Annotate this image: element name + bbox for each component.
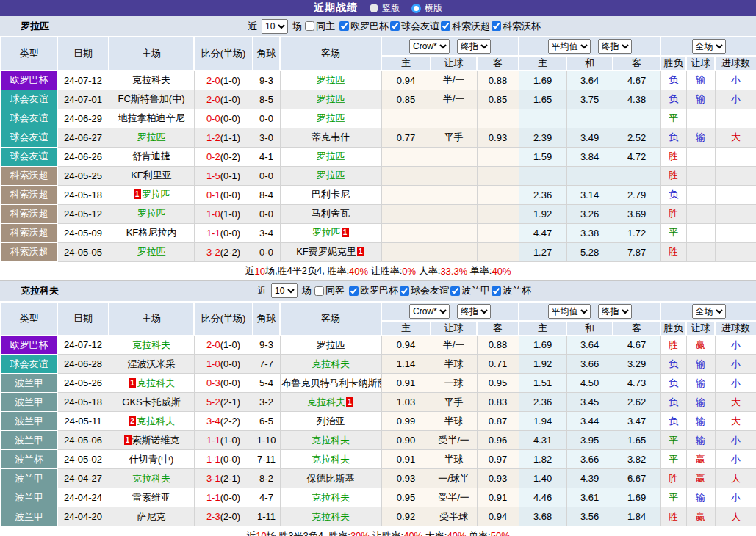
- league-filter-球会友谊[interactable]: 球会友谊: [400, 284, 449, 297]
- score-cell: 2-0(1-0): [194, 336, 253, 355]
- league-filter-欧罗巴杯[interactable]: 欧罗巴杯: [339, 20, 389, 33]
- fulltime-score: 0-3: [206, 377, 220, 388]
- team-name: GKS卡托威斯: [122, 396, 180, 408]
- avg-home-cell: 1.82: [519, 450, 566, 469]
- col-header-handicap: 让球: [431, 56, 477, 70]
- recent-count-select[interactable]: 10: [271, 283, 298, 298]
- team-name: 克拉科夫: [312, 358, 350, 369]
- radio-unselected-icon[interactable]: [370, 4, 378, 12]
- team-name: KF费罗妮克里: [296, 246, 356, 257]
- handicap-away-odds-cell: 0.71: [477, 355, 519, 374]
- avg-draw-cell: 3.49: [566, 128, 613, 147]
- league-checkbox[interactable]: [450, 286, 460, 296]
- avg-away-cell: 1.72: [613, 223, 660, 242]
- vertical-layout-label[interactable]: 竖版: [382, 2, 400, 15]
- same-venue-filter[interactable]: 同主: [305, 20, 335, 33]
- corner-cell: 9-3: [253, 336, 280, 355]
- corner-cell: 3-2: [253, 393, 280, 412]
- home-team-cell: 克拉科夫: [109, 336, 194, 355]
- league-filter-科索沃超[interactable]: 科索沃超: [441, 20, 490, 33]
- handicap-result-cell: 输: [686, 412, 715, 431]
- horizontal-layout-label[interactable]: 横版: [425, 2, 442, 15]
- col-header-score: 比分(半场): [194, 37, 253, 70]
- red-card-icon: 1: [129, 378, 136, 388]
- avg-home-cell: 1.69: [519, 70, 566, 90]
- handicap-line-cell: [431, 166, 477, 185]
- handicap-result-cell: [686, 223, 715, 242]
- league-checkbox[interactable]: [349, 286, 359, 296]
- average-select[interactable]: 平均值: [548, 39, 591, 54]
- filter-controls: 近 10 场 同客 欧罗巴杯球会友谊波兰甲波兰杯: [257, 283, 531, 298]
- league-checkbox[interactable]: [390, 21, 400, 31]
- date-cell: 24-04-27: [57, 469, 109, 488]
- avg-stage-select[interactable]: 终指: [598, 304, 632, 319]
- league-checkbox[interactable]: [400, 286, 409, 296]
- same-venue-filter[interactable]: 同客: [314, 284, 345, 297]
- score-cell: 1-1(1-0): [194, 431, 253, 450]
- avg-draw-cell: 3.38: [566, 223, 613, 242]
- same-venue-label[interactable]: 同主: [316, 20, 335, 33]
- odds-stage-select[interactable]: 终指: [457, 39, 491, 54]
- handicap-line-cell: 半/一: [431, 336, 477, 355]
- handicap-away-odds-cell: 0.93: [477, 128, 519, 147]
- avg-draw-cell: 4.39: [566, 469, 613, 488]
- avg-away-cell: 3.29: [613, 355, 660, 374]
- goals-result-cell: 大: [715, 507, 756, 526]
- handicap-away-odds-cell: 0.91: [477, 488, 519, 507]
- summary-text: 场,胜4平2负4, 胜率:: [265, 264, 349, 278]
- league-badge: 欧罗巴杯: [1, 70, 57, 90]
- same-venue-checkbox[interactable]: [314, 286, 324, 296]
- fulltime-score: 0-0: [206, 113, 220, 124]
- league-filter-波兰杯[interactable]: 波兰杯: [492, 284, 531, 297]
- avg-draw-cell: 3.44: [566, 412, 613, 431]
- horizontal-layout-radio[interactable]: 横版: [411, 2, 442, 15]
- corner-cell: 1-10: [253, 431, 280, 450]
- home-team-cell: 涅波沃米采: [109, 355, 194, 374]
- league-checkbox[interactable]: [492, 286, 501, 296]
- team-name: KF格尼拉内: [126, 227, 177, 238]
- league-checkbox[interactable]: [441, 21, 450, 31]
- corner-cell: 0-0: [253, 204, 280, 223]
- match-row: 波兰甲24-05-18GKS卡托威斯5-2(2-1)3-2克拉科夫11.03平手…: [1, 393, 756, 412]
- bookmaker-select[interactable]: Crow*: [409, 39, 450, 54]
- bookmaker-select[interactable]: Crow*: [409, 304, 450, 319]
- same-venue-checkbox[interactable]: [305, 21, 314, 31]
- home-team-cell: 罗拉匹: [109, 204, 194, 223]
- league-filter-波兰甲[interactable]: 波兰甲: [450, 284, 490, 297]
- team-name: 克拉科夫: [137, 377, 175, 388]
- league-checkbox[interactable]: [339, 21, 349, 31]
- score-cell: 1-0(1-0): [194, 204, 253, 223]
- team-name: 罗拉匹: [312, 227, 341, 238]
- team-name: 罗拉匹: [317, 170, 345, 181]
- col-header-date: 日期: [57, 37, 109, 70]
- radio-selected-icon[interactable]: [411, 4, 421, 13]
- handicap-line-cell: [431, 242, 477, 261]
- recent-results-page: 近期战绩 竖版 横版 罗拉匹 近 10 场 同主 欧罗巴杯球会友谊科索沃超科索沃…: [0, 0, 756, 536]
- league-filter-科索沃杯[interactable]: 科索沃杯: [492, 20, 541, 33]
- league-checkbox[interactable]: [492, 21, 501, 31]
- match-row: 波兰甲24-05-112克拉科夫3-4(2-2)6-5列治亚0.99半球0.87…: [1, 412, 756, 431]
- corner-cell: 6-5: [253, 412, 280, 431]
- average-select[interactable]: 平均值: [548, 304, 591, 319]
- handicap-result-cell: 输: [686, 128, 715, 147]
- odds-stage-select[interactable]: 终指: [457, 304, 491, 319]
- recent-count-select[interactable]: 10: [262, 19, 288, 34]
- team-name-heading: 罗拉匹: [21, 20, 49, 33]
- avg-stage-select[interactable]: 终指: [598, 39, 632, 54]
- home-team-cell: GKS卡托威斯: [109, 393, 194, 412]
- league-filter-球会友谊[interactable]: 球会友谊: [390, 20, 439, 33]
- team-name: 罗拉匹: [317, 151, 345, 162]
- filter-bar: 罗拉匹 近 10 场 同主 欧罗巴杯球会友谊科索沃超科索沃杯: [0, 16, 756, 36]
- same-venue-label[interactable]: 同客: [325, 284, 345, 297]
- league-filter-欧罗巴杯[interactable]: 欧罗巴杯: [349, 284, 398, 297]
- handicap-home-odds-cell: [381, 166, 431, 185]
- scope-select[interactable]: 全场: [692, 39, 726, 54]
- date-cell: 24-05-06: [57, 431, 109, 450]
- vertical-layout-radio[interactable]: 竖版: [370, 2, 400, 15]
- handicap-result-cell: [686, 147, 715, 166]
- goals-result-cell: 小: [715, 355, 756, 374]
- corner-cell: 5-4: [253, 374, 280, 393]
- handicap-line-cell: 半球: [431, 355, 477, 374]
- col-header-odds-away: 客: [477, 56, 519, 70]
- scope-select[interactable]: 全场: [692, 304, 726, 319]
